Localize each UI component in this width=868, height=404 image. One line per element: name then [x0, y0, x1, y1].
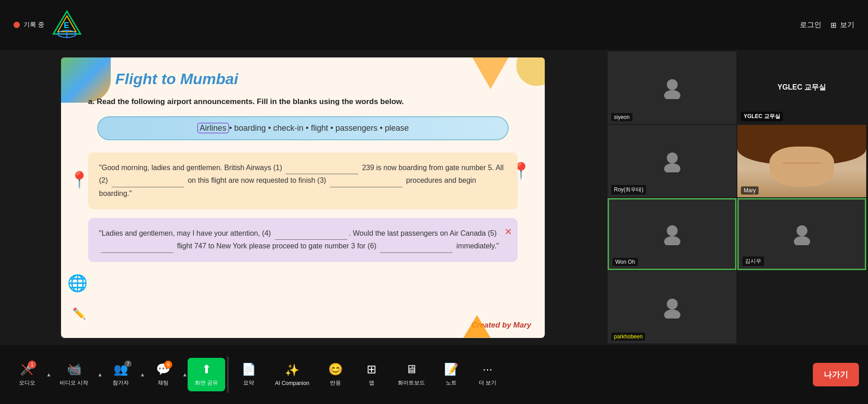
participant-tile-gimsiw: 김시우 [737, 198, 866, 271]
react-icon: 😊 [328, 362, 343, 376]
yglec-label: YGLEC 교무실 [778, 83, 826, 92]
map-decoration [61, 57, 111, 103]
summary-icon: 📄 [241, 362, 256, 376]
word-bank: Airlines• boarding • check-in • flight •… [97, 116, 509, 140]
participant-panel: siyeon YGLEC 교무실 YGLEC 교무실 Roy(최우태) Mary [606, 50, 868, 345]
audio-arrow[interactable]: ▲ [46, 371, 52, 378]
close-button[interactable]: ✕ [505, 223, 512, 240]
mary-mouth [783, 162, 821, 164]
slide-container: Flight to Mumbai a. Read the following a… [61, 57, 545, 338]
participant-tile-mary: Mary [737, 125, 866, 197]
react-button[interactable]: 😊 반응 [317, 359, 354, 390]
bottom-toolbar: 🎤 1 오디오 ▲ 📹 비디오 시작 ▲ 👥 7 참가자 ▲ 💬 9 [0, 345, 868, 404]
left-pencil-icon: ✏️ [72, 307, 86, 320]
audio-label: 오디오 [19, 379, 35, 387]
video-arrow[interactable]: ▲ [97, 371, 103, 378]
blank-1 [286, 174, 358, 174]
record-label: 기록 중 [24, 21, 44, 29]
toolbar-left-group: 🎤 1 오디오 ▲ 📹 비디오 시작 ▲ 👥 7 참가자 ▲ 💬 9 [9, 356, 505, 393]
whiteboard-icon: 🖥 [406, 362, 417, 376]
logo-area: 기록 중 E [14, 9, 83, 41]
video-label: 비디오 시작 [60, 379, 88, 387]
record-dot [14, 22, 20, 28]
wonoh-avatar-icon [661, 223, 684, 245]
passage-1: "Good morning, ladies and gentlemen. Bri… [88, 152, 518, 209]
svg-point-11 [664, 236, 680, 245]
participant-tile-siyeon: siyeon [608, 52, 736, 124]
svg-point-14 [667, 299, 678, 309]
share-icon: ⬆ [202, 362, 212, 376]
svg-point-6 [667, 79, 678, 90]
roy-avatar-icon [661, 150, 684, 172]
more-button[interactable]: ··· 더 보기 [469, 359, 505, 390]
blank-2 [112, 187, 184, 187]
record-indicator: 기록 중 [14, 21, 44, 29]
whiteboard-label: 화이트보드 [398, 379, 425, 387]
whiteboard-button[interactable]: 🖥 화이트보드 [390, 359, 433, 390]
main-content: Flight to Mumbai a. Read the following a… [0, 50, 868, 345]
ai-label: AI Companion [275, 380, 309, 386]
more-icon: ··· [482, 362, 492, 376]
chat-label: 채팅 [158, 379, 169, 387]
share-screen-button[interactable]: ⬆ 화면 공유 [188, 358, 225, 391]
mic-icon: 🎤 1 [20, 362, 34, 376]
participants-icon: 👥 7 [113, 362, 128, 376]
summary-button[interactable]: 📄 요약 [231, 359, 267, 390]
audio-badge: 1 [28, 361, 36, 369]
participant-name-siyeon: siyeon [611, 113, 632, 121]
participant-name-parkho: parkhobeen [611, 333, 645, 341]
more-label: 더 보기 [479, 379, 496, 387]
svg-point-9 [664, 163, 680, 172]
participant-name-gimsiw: 김시우 [742, 257, 764, 266]
participant-name-wonoh: Won Oh [613, 258, 638, 266]
view-button[interactable]: ⊞ 보기 [830, 20, 854, 30]
gimsiw-avatar-icon [791, 223, 813, 245]
mary-face-inner [769, 147, 834, 186]
login-button[interactable]: 로그인 [800, 20, 821, 30]
video-button[interactable]: 📹 비디오 시작 [52, 359, 96, 390]
siyeon-avatar-icon [661, 76, 684, 99]
share-label: 화면 공유 [195, 379, 218, 387]
participants-arrow[interactable]: ▲ [140, 371, 145, 378]
audio-button[interactable]: 🎤 1 오디오 [9, 359, 45, 390]
notes-label: 노트 [446, 379, 457, 387]
svg-point-10 [667, 225, 678, 236]
word-airlines: Airlines [197, 123, 229, 133]
leave-button[interactable]: 나가기 [813, 363, 859, 386]
react-label: 반응 [330, 379, 341, 387]
chat-arrow[interactable]: ▲ [182, 371, 188, 378]
slide-area: Flight to Mumbai a. Read the following a… [0, 50, 606, 345]
app-logo: E [51, 9, 83, 41]
apps-button[interactable]: ⊞ 앱 [354, 359, 390, 390]
toolbar-separator [227, 356, 229, 393]
notes-button[interactable]: 📝 노트 [433, 359, 469, 390]
top-bar: 기록 중 E 로그인 ⊞ 보기 [0, 0, 868, 50]
ai-companion-button[interactable]: ✨ AI Companion [267, 360, 317, 390]
slide-title: Flight to Mumbai [115, 70, 238, 88]
participant-name-mary: Mary [741, 186, 759, 195]
ai-icon: ✨ [285, 363, 299, 377]
blank-4 [275, 239, 347, 240]
chat-button[interactable]: 💬 9 채팅 [145, 359, 181, 390]
participant-tile-parkho: parkhobeen [608, 271, 736, 343]
parkho-avatar-icon [661, 296, 684, 318]
participants-label: 참가자 [113, 379, 129, 387]
left-globe-icon: 🌐 [67, 274, 88, 293]
participants-button[interactable]: 👥 7 참가자 [103, 359, 139, 390]
svg-point-12 [797, 225, 807, 236]
slide-instruction: a. Read the following airport announceme… [88, 97, 518, 106]
participant-tile-roy: Roy(최우태) [608, 125, 736, 197]
svg-point-15 [664, 309, 680, 318]
participant-name-yglec: YGLEC 교무실 [741, 112, 783, 121]
summary-label: 요약 [243, 379, 254, 387]
participant-tile-wonoh: Won Oh [608, 198, 736, 271]
svg-point-7 [664, 90, 680, 99]
apps-label: 앱 [369, 379, 374, 387]
blank-3 [330, 187, 402, 187]
blank-6 [380, 252, 453, 253]
left-pin-icon: 📍 [69, 171, 90, 190]
video-icon: 📹 [67, 362, 81, 376]
top-right-controls: 로그인 ⊞ 보기 [800, 20, 854, 30]
participant-tile-yglec: YGLEC 교무실 YGLEC 교무실 [737, 52, 866, 124]
svg-text:E: E [64, 21, 69, 30]
